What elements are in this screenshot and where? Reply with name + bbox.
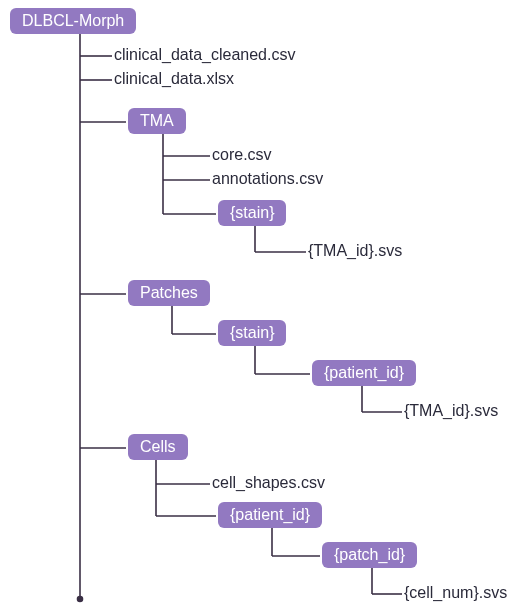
folder-tma: TMA — [128, 108, 186, 134]
svg-point-1 — [78, 597, 83, 602]
folder-cells-patient: {patient_id} — [218, 502, 322, 528]
file-cell-shapes-csv: cell_shapes.csv — [212, 474, 325, 492]
file-clinical-data-cleaned: clinical_data_cleaned.csv — [114, 46, 295, 64]
folder-root: DLBCL-Morph — [10, 8, 136, 34]
file-tma-id-svs: {TMA_id}.svs — [308, 242, 402, 260]
folder-patches-patient: {patient_id} — [312, 360, 416, 386]
folder-tma-stain: {stain} — [218, 200, 286, 226]
file-cell-num-svs: {cell_num}.svs — [404, 584, 507, 602]
file-core-csv: core.csv — [212, 146, 272, 164]
folder-cells: Cells — [128, 434, 188, 460]
file-clinical-data-xlsx: clinical_data.xlsx — [114, 70, 234, 88]
file-annotations-csv: annotations.csv — [212, 170, 323, 188]
folder-patches: Patches — [128, 280, 210, 306]
file-patches-tma-id-svs: {TMA_id}.svs — [404, 402, 498, 420]
folder-cells-patch: {patch_id} — [322, 542, 417, 568]
folder-patches-stain: {stain} — [218, 320, 286, 346]
